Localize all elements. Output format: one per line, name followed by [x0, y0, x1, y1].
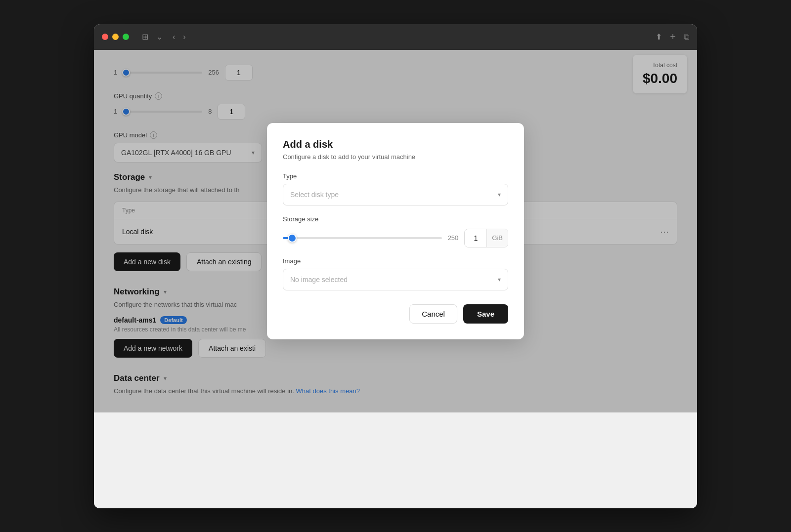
- sidebar-icon[interactable]: ⊞: [139, 30, 151, 43]
- modal-image-select[interactable]: No image selected ▾: [283, 269, 508, 290]
- titlebar-right: ⬆ + ⧉: [656, 31, 689, 42]
- close-button[interactable]: [102, 34, 108, 40]
- modal-type-placeholder: Select disk type: [290, 191, 339, 199]
- add-disk-modal: Add a disk Configure a disk to add to yo…: [267, 123, 524, 339]
- forward-button[interactable]: ›: [180, 31, 188, 43]
- modal-btn-row: Cancel Save: [283, 304, 508, 324]
- titlebar: ⊞ ⌄ ‹ › ⬆ + ⧉: [94, 24, 697, 50]
- fullscreen-button[interactable]: [123, 34, 129, 40]
- modal-gib-input[interactable]: GiB: [464, 229, 508, 247]
- traffic-lights: [102, 34, 129, 40]
- titlebar-controls: ⊞ ⌄: [139, 30, 166, 43]
- minimize-button[interactable]: [112, 34, 119, 40]
- modal-storage-label: Storage size: [283, 215, 508, 223]
- modal-storage-slider-row: 250 GiB: [283, 229, 508, 247]
- modal-storage-slider-thumb[interactable]: [288, 234, 297, 243]
- modal-image-placeholder: No image selected: [290, 276, 348, 284]
- modal-gib-value[interactable]: [465, 229, 486, 247]
- back-button[interactable]: ‹: [170, 31, 178, 43]
- modal-image-chevron-icon: ▾: [498, 276, 501, 283]
- modal-overlay: Add a disk Configure a disk to add to yo…: [94, 50, 697, 412]
- modal-image-label: Image: [283, 257, 508, 265]
- tabs-icon[interactable]: ⧉: [684, 33, 689, 41]
- share-icon[interactable]: ⬆: [656, 32, 662, 41]
- modal-storage-max: 250: [448, 234, 459, 242]
- add-icon[interactable]: +: [670, 31, 676, 42]
- modal-storage-slider-track[interactable]: [283, 237, 442, 239]
- chevron-down-icon[interactable]: ⌄: [153, 30, 166, 43]
- modal-gib-unit: GiB: [486, 229, 508, 247]
- save-button[interactable]: Save: [463, 304, 508, 324]
- content-area: Total cost $0.00 1 256 1 GPU quantity i: [94, 50, 697, 508]
- modal-type-chevron-icon: ▾: [498, 191, 501, 198]
- modal-type-select[interactable]: Select disk type ▾: [283, 184, 508, 205]
- modal-title: Add a disk: [283, 139, 508, 150]
- cancel-button[interactable]: Cancel: [409, 304, 457, 324]
- modal-desc: Configure a disk to add to your virtual …: [283, 153, 508, 161]
- modal-type-label: Type: [283, 172, 508, 180]
